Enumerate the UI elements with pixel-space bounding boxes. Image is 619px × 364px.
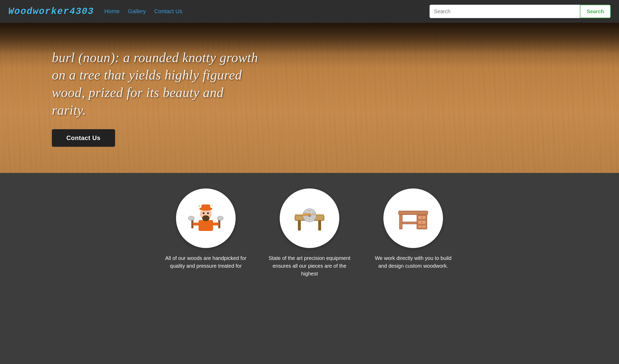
svg-rect-17 <box>318 220 321 230</box>
svg-point-5 <box>203 212 205 214</box>
search-area: Search <box>430 5 611 18</box>
nav-home[interactable]: Home <box>104 8 119 15</box>
svg-rect-3 <box>201 205 210 210</box>
svg-point-10 <box>217 216 223 221</box>
saw-icon <box>291 200 328 236</box>
feature-woodworker: ✦ ✦ All of our woods are handpicked for … <box>164 188 247 285</box>
desk-icon-circle <box>383 188 443 248</box>
brand-logo[interactable]: Woodworker4303 <box>8 6 94 17</box>
navbar: Woodworker4303 Home Gallery Contact Us S… <box>0 0 619 23</box>
svg-rect-12 <box>212 223 219 225</box>
feature-saw-text: State of the art precision equipment ens… <box>268 254 351 278</box>
woodworker-icon-circle: ✦ ✦ <box>176 188 236 248</box>
feature-desk: We work directly with you to build and d… <box>372 188 455 285</box>
search-input[interactable] <box>430 5 580 18</box>
features-section: ✦ ✦ All of our woods are handpicked for … <box>0 173 619 296</box>
svg-rect-0 <box>199 220 213 231</box>
svg-rect-26 <box>399 211 428 215</box>
svg-point-32 <box>421 222 423 223</box>
svg-rect-11 <box>193 223 199 225</box>
desk-icon <box>395 200 431 236</box>
nav-gallery[interactable]: Gallery <box>128 8 146 15</box>
svg-point-6 <box>207 212 209 214</box>
svg-rect-35 <box>402 222 417 224</box>
woodworker-icon: ✦ ✦ <box>188 200 224 236</box>
hero-quote: burl (noun): a rounded knotty growth on … <box>52 49 259 119</box>
svg-rect-16 <box>298 220 301 230</box>
svg-point-8 <box>188 216 194 221</box>
feature-saw: State of the art precision equipment ens… <box>268 188 351 285</box>
svg-point-34 <box>421 226 423 227</box>
hero-section: burl (noun): a rounded knotty growth on … <box>0 23 619 173</box>
hero-content: burl (noun): a rounded knotty growth on … <box>52 49 259 147</box>
hero-contact-button[interactable]: Contact Us <box>52 129 115 147</box>
svg-rect-25 <box>303 213 310 216</box>
svg-text:✦: ✦ <box>198 204 201 208</box>
svg-point-4 <box>202 215 209 221</box>
svg-point-30 <box>421 217 423 218</box>
nav-contact[interactable]: Contact Us <box>154 8 182 15</box>
svg-rect-27 <box>399 215 402 229</box>
saw-icon-circle <box>280 188 339 248</box>
svg-text:✦: ✦ <box>211 204 213 207</box>
feature-woodworker-text: All of our woods are handpicked for qual… <box>164 254 247 270</box>
feature-desk-text: We work directly with you to build and d… <box>372 254 455 270</box>
search-button[interactable]: Search <box>580 5 611 18</box>
nav-links: Home Gallery Contact Us <box>104 8 182 15</box>
